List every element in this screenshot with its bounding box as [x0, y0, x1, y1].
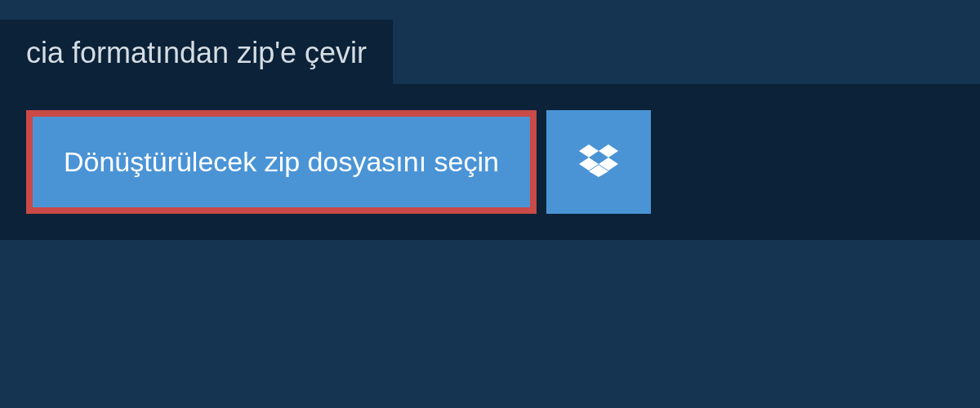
select-file-button-label: Dönüştürülecek zip dosyasını seçin: [64, 146, 499, 178]
dropbox-button[interactable]: [546, 110, 651, 214]
tab-label: cia formatından zip'e çevir: [26, 36, 367, 69]
select-file-button[interactable]: Dönüştürülecek zip dosyasını seçin: [26, 110, 537, 214]
dropbox-icon: [579, 141, 618, 184]
upload-panel: Dönüştürülecek zip dosyasını seçin: [0, 84, 980, 240]
tab-convert[interactable]: cia formatından zip'e çevir: [0, 20, 393, 86]
